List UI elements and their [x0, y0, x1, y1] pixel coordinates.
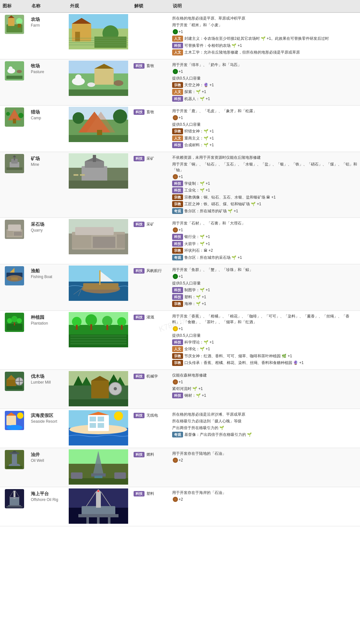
unlock-cell-seaside_resort: 科技 无线电	[132, 409, 170, 421]
name-cell-plantation: 种植园 Plantation	[29, 311, 67, 328]
desc-line-camp-1: +1	[172, 115, 358, 121]
unlock-label-lumber_mill: 机械学	[146, 374, 158, 378]
desc-line-seaside_resort-2: 产出两倍于所在格吸引力的 🌱	[172, 425, 358, 431]
header-unlock: 解锁	[132, 2, 170, 10]
desc-tag-text-camp-5: 合成材料：🌱 +1	[184, 142, 214, 148]
desc-tag-plantation-3: 科技	[172, 339, 183, 345]
unlock-tag-camp: 科技	[134, 109, 145, 115]
unlock-cell-offshore_oil_rig: 科技 塑料	[132, 487, 170, 499]
table-body: 农场 Farm 所在格的地形必须是平原、草原或冲积平原用于开发「稻米」和「小麦」…	[0, 13, 360, 526]
desc-tag-quarry-3: 科技	[172, 241, 183, 247]
desc-tag-plantation-5: 宗教	[172, 353, 183, 359]
desc-line-quarry-4: 宗教 环状列石：🏛 +2	[172, 248, 358, 254]
svg-rect-72	[117, 234, 125, 248]
table-row-farm: 农场 Farm 所在格的地形必须是平原、草原或冲积平原用于开发「稻米」和「小麦」…	[0, 13, 360, 59]
unlock-cell-oil_well: 科技 燃料	[132, 448, 170, 460]
resource-icon-mine-2	[173, 174, 178, 179]
desc-line-quarry-2: 科技 银行业：🌱 +1	[172, 234, 358, 240]
unlock-label-seaside_resort: 无线电	[146, 413, 158, 418]
resource-text-plantation-1: +1	[179, 326, 183, 332]
desc-line-farm-5: 人文 土木工学：允许在丘陵地形修建，但所在格的地形必须是平原或草原	[172, 49, 358, 55]
desc-tag-text-pasture-4: 探索：🌱 +1	[184, 89, 206, 95]
svg-rect-57	[93, 155, 96, 162]
svg-rect-127	[6, 416, 16, 425]
desc-text-offshore_oil_rig-0: 用于开发存在于海岸的「石油」	[172, 490, 226, 496]
name-cell-offshore_oil_rig: 海上平台 Offshore Oil Rig	[29, 487, 67, 504]
desc-line-mine-2: +1	[172, 174, 358, 180]
header-name: 名称	[29, 2, 67, 10]
desc-line-farm-2: +1	[172, 29, 358, 35]
name-zh-mine: 矿场	[31, 156, 66, 162]
desc-line-farm-0: 所在格的地形必须是平原、草原或冲积平原	[172, 15, 358, 21]
svg-rect-163	[10, 497, 19, 498]
svg-rect-60	[80, 174, 85, 176]
desc-tag-camp-3: 宗教	[172, 128, 183, 134]
name-cell-camp: 猎场 Camp	[29, 106, 67, 123]
desc-line-lumber_mill-3: 科技 钢材：🌱 +1	[172, 393, 358, 399]
svg-rect-77	[11, 277, 18, 280]
svg-rect-83	[99, 270, 101, 285]
desc-tag-text-mine-7: 鲁尔区：所在城市的矿场 🌱 +1	[184, 208, 238, 214]
svg-rect-2	[8, 18, 14, 26]
scene-cell-oil_well	[67, 448, 132, 487]
svg-rect-125	[69, 399, 128, 406]
svg-rect-70	[72, 235, 91, 248]
name-en-seaside_resort: Seaside Resort	[31, 419, 66, 424]
desc-line-mine-3: 科技 学徒制：🌱 +1	[172, 181, 358, 187]
svg-rect-59	[74, 174, 78, 176]
desc-text-mine-1: 用于开发「铜」、「钻石」、「玉石」、「水银」、「盐」、「银」、「铁」、「硝石」、…	[172, 161, 358, 173]
desc-cell-pasture: 用于开发「绵羊」、「奶牛」和「马匹」 +1提供0.5人口容量宗教 天空之神：🔮 …	[170, 59, 360, 106]
desc-line-pasture-0: 用于开发「绵羊」、「奶牛」和「马匹」	[172, 62, 358, 68]
name-zh-lumber_mill: 伐木场	[31, 374, 66, 379]
scene-cell-quarry	[67, 218, 132, 257]
svg-point-102	[85, 314, 97, 326]
icon-cell-seaside_resort	[0, 409, 29, 432]
desc-text-farm-0: 所在格的地形必须是平原、草原或冲积平原	[172, 15, 245, 21]
desc-cell-seaside_resort: 所在格的地形必须是沿岸沙滩、平原或草原所在格吸引力必须达到「摄人心魄」等级产出两…	[170, 409, 360, 441]
name-zh-camp: 猎场	[31, 109, 66, 115]
name-cell-seaside_resort: 滨海度假区 Seaside Resort	[29, 409, 67, 426]
resource-icon-camp-1	[173, 115, 178, 120]
desc-line-mine-4: 科技 工业化：🌱 +1	[172, 187, 358, 193]
unlock-cell-pasture: 科技 畜牧	[132, 59, 170, 71]
desc-line-pasture-1: +1	[172, 69, 358, 74]
desc-tag-mine-4: 科技	[172, 187, 183, 193]
svg-point-29	[114, 80, 123, 86]
svg-rect-175	[86, 515, 89, 524]
unlock-cell-mine: 科技 采矿	[132, 152, 170, 164]
name-en-fishing_boat: Fishing Boat	[31, 275, 66, 279]
svg-rect-157	[114, 472, 126, 479]
desc-tag-text-plantation-6: 口头传承：香蕉、柑橘、棉花、染料、丝绳、香料和食糖种植园 🔮 +1	[184, 360, 303, 366]
unlock-label-camp: 畜牧	[146, 110, 154, 114]
name-en-pasture: Pasture	[31, 70, 66, 74]
svg-rect-49	[6, 167, 22, 170]
desc-tag-fishing_boat-5: 宗教	[172, 301, 183, 307]
desc-line-seaside_resort-1: 所在格吸引力必须达到「摄人心魄」等级	[172, 418, 358, 424]
resource-icon-offshore_oil_rig-1	[173, 497, 178, 502]
resource-text-mine-2: +1	[179, 174, 183, 180]
icon-cell-pasture	[0, 59, 29, 82]
unlock-tag-mine: 科技	[134, 156, 145, 161]
desc-tag-text-mine-3: 学徒制：🌱 +1	[184, 181, 210, 186]
desc-cell-camp: 用于开发「鹿」、「毛皮」、「象牙」和「松露」 +1提供0.5人口容量宗教 狩猎女…	[170, 106, 360, 152]
desc-tag-text-quarry-4: 环状列石：🏛 +2	[184, 248, 213, 253]
svg-point-90	[11, 316, 18, 322]
svg-point-37	[18, 113, 23, 118]
name-en-plantation: Plantation	[31, 321, 66, 326]
desc-line-plantation-0: 用于开发「香蕉」、「柑橘」、「棉花」、「咖啡」、「可可」、「染料」、「薰香」、「…	[172, 313, 358, 325]
icon-cell-fishing_boat	[0, 264, 29, 287]
desc-line-pasture-3: 宗教 天空之神：🔮 +1	[172, 82, 358, 88]
scene-cell-farm	[67, 13, 132, 52]
desc-cell-offshore_oil_rig: 用于开发存在于海岸的「石油」 +2	[170, 487, 360, 506]
name-cell-fishing_boat: 渔船 Fishing Boat	[29, 264, 67, 282]
unlock-tag-offshore_oil_rig: 科技	[134, 491, 145, 496]
desc-tag-plantation-6: 宗教	[172, 360, 183, 366]
desc-line-farm-4: 科技 可替换零件：令相邻的农场 🌱 +1	[172, 43, 358, 49]
desc-line-quarry-1: +1	[172, 227, 358, 233]
icon-cell-camp	[0, 106, 29, 129]
svg-rect-35	[13, 119, 16, 123]
desc-tag-mine-5: 宗教	[172, 194, 183, 200]
name-zh-quarry: 采石场	[31, 222, 66, 227]
desc-tag-camp-4: 人文	[172, 135, 183, 141]
desc-line-plantation-4: 人文 全球化：🌱 +1	[172, 346, 358, 352]
